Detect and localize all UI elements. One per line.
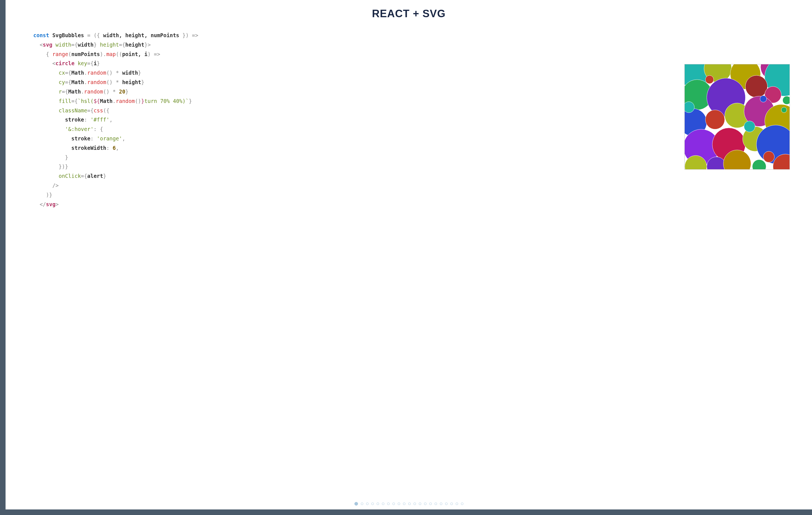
pagination-dot[interactable] bbox=[393, 503, 395, 505]
pagination-dot[interactable] bbox=[429, 503, 432, 505]
bubble-circle[interactable] bbox=[783, 96, 790, 104]
visualization-column bbox=[685, 31, 795, 510]
pagination-dot[interactable] bbox=[413, 503, 416, 505]
pagination-dot[interactable] bbox=[361, 503, 363, 505]
pagination-dot[interactable] bbox=[445, 503, 447, 505]
bubble-circle[interactable] bbox=[781, 107, 787, 113]
bubble-circle[interactable] bbox=[763, 151, 775, 162]
pagination-dot[interactable] bbox=[377, 503, 379, 505]
pagination-dot[interactable] bbox=[424, 503, 427, 505]
pagination-dot[interactable] bbox=[440, 503, 442, 505]
pagination-dot[interactable] bbox=[435, 503, 437, 505]
bubble-circle[interactable] bbox=[705, 76, 714, 84]
bubble-circle[interactable] bbox=[746, 76, 767, 98]
bubble-circle[interactable] bbox=[705, 110, 725, 129]
pagination-dot[interactable] bbox=[366, 503, 369, 505]
bubble-circle[interactable] bbox=[752, 160, 766, 169]
pagination-dot[interactable] bbox=[403, 503, 405, 505]
kw-const: const bbox=[33, 32, 49, 38]
slide-title: REACT + SVG bbox=[5, 0, 812, 23]
bubble-circle[interactable] bbox=[744, 121, 755, 132]
slide: REACT + SVG const SvgBubbles = ({ width,… bbox=[5, 0, 812, 510]
bubble-chart[interactable] bbox=[685, 64, 790, 169]
pagination-dot[interactable] bbox=[398, 503, 400, 505]
content-row: const SvgBubbles = ({ width, height, num… bbox=[5, 23, 812, 510]
pagination-dot[interactable] bbox=[451, 503, 453, 505]
code-column: const SvgBubbles = ({ width, height, num… bbox=[33, 31, 673, 510]
pagination-dot[interactable] bbox=[371, 503, 374, 505]
pagination-dot[interactable] bbox=[456, 503, 458, 505]
pagination-dot[interactable] bbox=[382, 503, 384, 505]
code-block: const SvgBubbles = ({ width, height, num… bbox=[33, 31, 673, 209]
pagination-dots[interactable] bbox=[5, 503, 812, 506]
pagination-dot[interactable] bbox=[461, 503, 463, 505]
pagination-dot[interactable] bbox=[408, 503, 411, 505]
pagination-dot[interactable] bbox=[387, 503, 389, 505]
pagination-dot[interactable] bbox=[354, 502, 358, 506]
bubble-circle[interactable] bbox=[685, 102, 694, 113]
bubble-circle[interactable] bbox=[760, 96, 767, 102]
pagination-dot[interactable] bbox=[419, 503, 421, 505]
